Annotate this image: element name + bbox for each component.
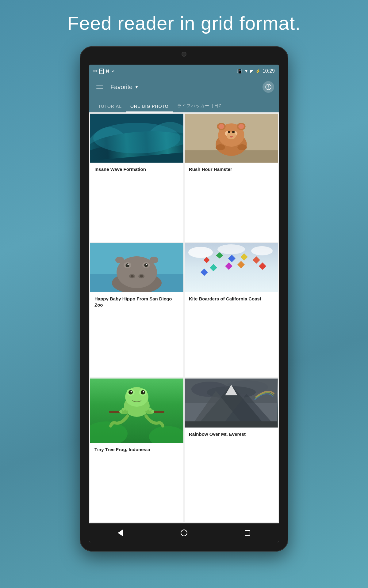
svg-point-36 bbox=[188, 247, 213, 258]
phone-frame: ✉ ≡ N ✓ 📳 ▼ ◤ ⚡ 10:29 bbox=[80, 46, 288, 552]
svg-rect-77 bbox=[185, 421, 277, 428]
signal-icon: ◤ bbox=[250, 69, 254, 74]
tab-one-big-photo[interactable]: ONE BIG PHOTO bbox=[126, 100, 173, 112]
svg-point-18 bbox=[216, 144, 225, 150]
frog-title: Tiny Tree Frog, Indonesia bbox=[90, 443, 183, 456]
svg-marker-39 bbox=[204, 257, 210, 263]
svg-point-56 bbox=[128, 390, 133, 394]
grid-item-frog[interactable]: Tiny Tree Frog, Indonesia bbox=[90, 379, 183, 522]
status-bar: ✉ ≡ N ✓ 📳 ▼ ◤ ⚡ 10:29 bbox=[89, 65, 279, 77]
svg-marker-46 bbox=[237, 261, 245, 268]
hamburger-button[interactable] bbox=[94, 82, 105, 92]
svg-point-26 bbox=[131, 275, 134, 277]
svg-point-33 bbox=[146, 264, 147, 265]
svg-point-17 bbox=[238, 124, 244, 129]
svg-point-16 bbox=[218, 124, 224, 129]
header-title-area: Favorite ▾ bbox=[110, 84, 263, 91]
news-icon: ≡ bbox=[99, 69, 104, 74]
hippo-title: Happy Baby Hippo From San Diego Zoo bbox=[90, 292, 183, 312]
phone-screen: ✉ ≡ N ✓ 📳 ▼ ◤ ⚡ 10:29 bbox=[89, 65, 279, 542]
mail-icon: ✉ bbox=[93, 69, 97, 74]
grid-item-mountain[interactable]: Rainbow Over Mt. Everest bbox=[185, 379, 278, 522]
app-header: Favorite ▾ bbox=[89, 77, 279, 96]
svg-marker-42 bbox=[240, 253, 248, 261]
compass-button[interactable] bbox=[263, 81, 274, 93]
svg-point-13 bbox=[230, 136, 233, 138]
wave-image bbox=[90, 114, 183, 163]
svg-marker-48 bbox=[259, 262, 266, 270]
vibrate-icon: 📳 bbox=[237, 69, 242, 74]
hamster-image bbox=[185, 114, 278, 163]
svg-point-50 bbox=[149, 426, 183, 443]
svg-point-65 bbox=[145, 408, 148, 411]
recents-icon bbox=[245, 530, 250, 536]
svg-point-64 bbox=[125, 408, 128, 411]
check-icon: ✓ bbox=[112, 69, 115, 74]
home-icon bbox=[181, 530, 187, 536]
svg-point-27 bbox=[140, 275, 143, 277]
svg-point-58 bbox=[131, 391, 132, 393]
svg-point-59 bbox=[143, 391, 144, 393]
svg-point-34 bbox=[115, 257, 124, 263]
tabs-bar: TUTORIAL ONE BIG PHOTO ライフハッカー［日z bbox=[89, 96, 279, 112]
svg-point-11 bbox=[228, 131, 230, 133]
hamster-title: Rush Hour Hamster bbox=[185, 163, 278, 176]
hippo-image bbox=[90, 243, 183, 292]
svg-point-49 bbox=[90, 421, 128, 443]
page-title: Feed reader in grid format. bbox=[67, 12, 301, 34]
svg-point-37 bbox=[251, 246, 273, 255]
svg-point-35 bbox=[150, 257, 158, 263]
svg-point-12 bbox=[232, 131, 235, 133]
svg-point-31 bbox=[144, 263, 148, 267]
grid-item-kite[interactable]: Kite Boarders of California Coast bbox=[185, 243, 278, 378]
svg-marker-1 bbox=[268, 85, 269, 87]
battery-icon: ⚡ bbox=[255, 69, 261, 74]
status-icons-left: ✉ ≡ N ✓ bbox=[93, 69, 115, 74]
grid-item-wave[interactable]: Insane Wave Formation bbox=[90, 114, 183, 242]
header-title: Favorite bbox=[110, 84, 132, 91]
kite-title: Kite Boarders of California Coast bbox=[185, 292, 278, 306]
svg-point-57 bbox=[141, 390, 145, 394]
page-background: Feed reader in grid format. ✉ ≡ N ✓ 📳 ▼ … bbox=[0, 0, 368, 588]
kite-image bbox=[185, 243, 278, 292]
n-icon: N bbox=[106, 69, 109, 74]
svg-point-63 bbox=[122, 408, 125, 411]
wifi-icon: ▼ bbox=[244, 69, 248, 74]
svg-point-32 bbox=[128, 264, 129, 265]
tab-tutorial[interactable]: TUTORIAL bbox=[94, 100, 126, 112]
svg-marker-40 bbox=[216, 252, 223, 258]
grid-item-hippo[interactable]: Happy Baby Hippo From San Diego Zoo bbox=[90, 243, 183, 378]
bottom-nav bbox=[89, 523, 279, 542]
frog-image bbox=[90, 379, 183, 443]
back-button[interactable] bbox=[112, 527, 129, 539]
svg-marker-45 bbox=[225, 262, 232, 270]
back-icon bbox=[118, 529, 123, 537]
mountain-title: Rainbow Over Mt. Everest bbox=[185, 428, 278, 441]
svg-point-19 bbox=[237, 144, 247, 150]
grid-item-hamster[interactable]: Rush Hour Hamster bbox=[185, 114, 278, 242]
wave-title: Insane Wave Formation bbox=[90, 163, 183, 176]
svg-marker-44 bbox=[210, 264, 217, 271]
svg-point-66 bbox=[148, 408, 151, 411]
svg-marker-47 bbox=[201, 269, 208, 276]
svg-point-30 bbox=[126, 263, 129, 267]
status-time: 10:29 bbox=[263, 68, 275, 74]
recents-button[interactable] bbox=[239, 528, 256, 538]
tab-lifehacker[interactable]: ライフハッカー［日z bbox=[173, 100, 226, 112]
grid-content: Insane Wave Formation bbox=[89, 112, 279, 523]
svg-point-62 bbox=[119, 410, 122, 413]
dropdown-arrow-icon[interactable]: ▾ bbox=[136, 85, 138, 89]
mountain-image bbox=[185, 379, 278, 428]
svg-point-67 bbox=[151, 410, 154, 413]
svg-point-38 bbox=[217, 244, 245, 254]
status-icons-right: 📳 ▼ ◤ ⚡ 10:29 bbox=[237, 68, 275, 74]
home-button[interactable] bbox=[174, 527, 194, 539]
svg-marker-41 bbox=[228, 255, 236, 262]
svg-marker-43 bbox=[253, 256, 260, 264]
svg-marker-2 bbox=[268, 87, 269, 89]
